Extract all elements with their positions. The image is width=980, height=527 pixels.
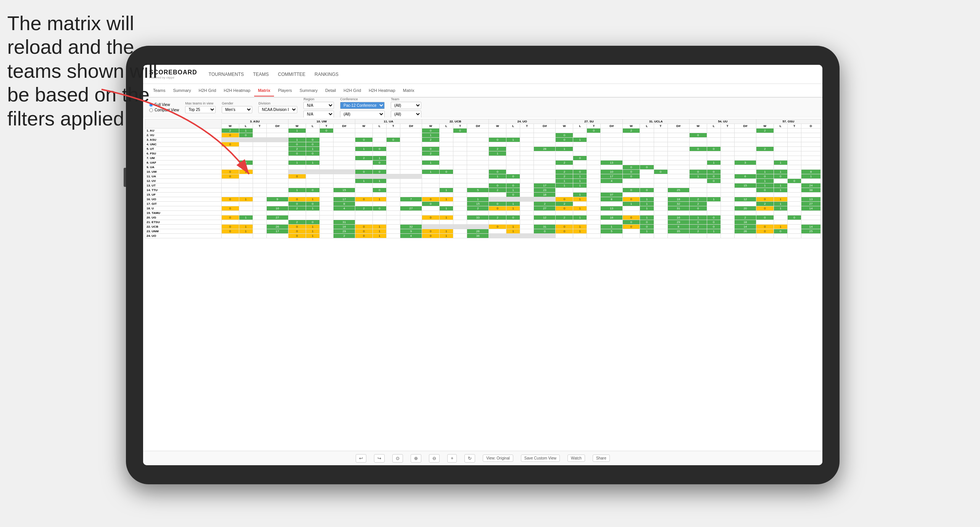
matrix-cell — [756, 138, 774, 142]
region-select[interactable]: N/A — [303, 102, 334, 109]
gender-label: Gender — [222, 101, 252, 105]
matrix-cell — [787, 220, 801, 225]
matrix-cell — [372, 220, 386, 225]
matrix-cell — [587, 215, 601, 220]
matrix-cell — [667, 142, 689, 147]
matrix-cell — [654, 133, 667, 138]
team-select-2[interactable]: (All) — [391, 111, 421, 118]
tab-matrix-1[interactable]: Matrix — [254, 85, 274, 96]
tab-h2h-heatmap-2[interactable]: H2H Heatmap — [365, 85, 399, 96]
matrix-cell — [707, 193, 720, 197]
matrix-cell — [266, 133, 288, 138]
matrix-cell — [400, 170, 422, 174]
matrix-cell — [654, 215, 667, 220]
watch-label: Watch — [571, 456, 582, 460]
conference-select-2[interactable]: (All) — [340, 111, 385, 118]
matrix-cell — [467, 161, 489, 165]
matrix-cell: 26 — [734, 229, 756, 234]
matrix-cell — [221, 188, 239, 193]
tab-detail[interactable]: Detail — [321, 85, 340, 96]
matrix-cell — [467, 129, 489, 133]
matrix-cell: 0 — [640, 225, 654, 229]
tab-h2h-heatmap-1[interactable]: H2H Heatmap — [220, 85, 254, 96]
matrix-cell: 0 — [355, 229, 372, 234]
tab-h2h-grid-2[interactable]: H2H Grid — [340, 85, 365, 96]
matrix-cell — [787, 129, 801, 133]
nav-committee[interactable]: COMMITTEE — [278, 70, 305, 79]
save-custom-view-button[interactable]: Save Custom View — [521, 455, 560, 462]
matrix-cell — [689, 161, 707, 165]
matrix-cell: 25 — [667, 188, 689, 193]
tab-matrix-2[interactable]: Matrix — [399, 85, 418, 96]
refresh-button[interactable]: ↻ — [464, 454, 475, 463]
matrix-cell: 4 — [601, 179, 622, 183]
tab-players[interactable]: Players — [274, 85, 296, 96]
matrix-cell — [787, 151, 801, 156]
team-select[interactable]: (All) — [391, 102, 421, 109]
tab-summary-1[interactable]: Summary — [169, 85, 195, 96]
matrix-cell — [801, 142, 820, 147]
matrix-cell — [640, 234, 654, 238]
matrix-cell: 2 — [422, 138, 440, 142]
zoom-out-button[interactable]: ⊖ — [429, 454, 440, 463]
matrix-cell — [587, 225, 601, 229]
matrix-cell — [372, 174, 386, 179]
max-teams-select[interactable]: Top 25 — [185, 106, 216, 113]
col-asu: 3. ASU — [221, 119, 288, 124]
matrix-cell — [386, 174, 400, 179]
matrix-cell — [400, 202, 422, 206]
nav-teams[interactable]: TEAMS — [253, 70, 269, 79]
matrix-cell — [689, 151, 707, 156]
matrix-cell — [306, 165, 319, 170]
nav-rankings[interactable]: RANKINGS — [314, 70, 338, 79]
matrix-cell — [601, 202, 622, 206]
plus-button[interactable]: + — [447, 454, 457, 463]
matrix-cell — [319, 188, 333, 193]
matrix-cell: 3 — [734, 161, 756, 165]
region-select-2[interactable]: N/A — [303, 111, 334, 118]
matrix-cell — [453, 179, 467, 183]
matrix-cell — [422, 179, 440, 183]
redo-button[interactable]: ↪ — [374, 454, 385, 463]
conference-select[interactable]: Pac-12 Conference — [340, 102, 385, 109]
matrix-cell: 4 — [333, 206, 355, 211]
reset-button[interactable]: ⊙ — [392, 454, 403, 463]
tab-h2h-grid-1[interactable]: H2H Grid — [195, 85, 220, 96]
matrix-cell: 0 — [221, 142, 239, 147]
matrix-cell — [520, 183, 534, 188]
col-uu: 54. UU — [689, 119, 756, 124]
matrix-cell — [319, 147, 333, 151]
division-select[interactable]: NCAA Division I — [258, 106, 297, 113]
nav-tournaments[interactable]: TOURNAMENTS — [209, 70, 244, 79]
matrix-cell — [667, 161, 689, 165]
matrix-cell: 0 — [556, 133, 573, 138]
gender-select[interactable]: Men's — [222, 106, 252, 113]
matrix-cell: 1 — [355, 147, 372, 151]
zoom-in-button[interactable]: ⊕ — [411, 454, 421, 463]
matrix-cell — [654, 161, 667, 165]
matrix-cell — [801, 193, 820, 197]
matrix-cell: 23 — [534, 188, 556, 193]
matrix-area[interactable]: 3. ASU 10. UW 11. UA 22. UCB 24. UO 27. … — [143, 117, 822, 451]
tab-summary-2[interactable]: Summary — [296, 85, 321, 96]
view-original-button[interactable]: View: Original — [483, 455, 513, 462]
share-button[interactable]: Share — [593, 455, 610, 462]
matrix-cell — [253, 161, 266, 165]
matrix-cell — [707, 234, 720, 238]
matrix-cell — [253, 211, 266, 215]
matrix-cell: 0 — [573, 170, 587, 174]
matrix-cell — [640, 151, 654, 156]
watch-button[interactable]: Watch — [567, 455, 585, 462]
matrix-cell — [720, 129, 734, 133]
matrix-cell — [319, 174, 333, 179]
matrix-cell: 24 — [801, 183, 820, 188]
matrix-cell: 0 — [622, 215, 640, 220]
matrix-cell — [333, 147, 355, 151]
matrix-cell — [734, 142, 756, 147]
matrix-cell: 1 — [707, 229, 720, 234]
matrix-cell — [587, 202, 601, 206]
matrix-cell: 0 — [422, 129, 440, 133]
undo-button[interactable]: ↩ — [356, 454, 366, 463]
matrix-cell: 1 — [774, 183, 787, 188]
matrix-cell: 27 — [801, 202, 820, 206]
